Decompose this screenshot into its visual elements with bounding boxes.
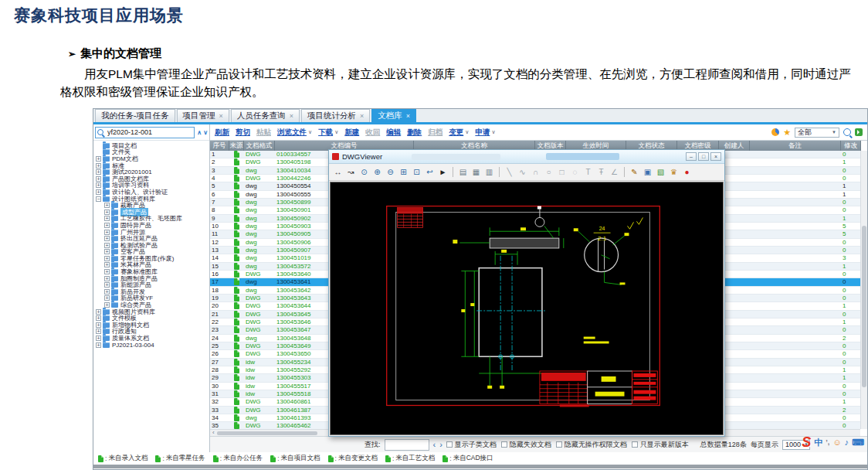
toolbar-cut-button[interactable]: 剪切 [236,128,250,138]
tree-item[interactable]: +PJ2021-03-004 [93,342,209,349]
tree-item[interactable]: +测试20201001 [93,169,209,175]
circle-icon[interactable]: ○ [543,166,554,179]
pdf-icon[interactable]: ● [681,166,693,179]
zoom-window-icon[interactable]: ⊞ [398,166,409,179]
zoom-extents-icon[interactable]: ⊡ [411,166,422,179]
checkbox-icon[interactable] [556,441,562,448]
polyline-icon[interactable]: ∿ [517,166,528,179]
search-up-button[interactable]: ∧ [197,129,202,136]
pie-chart-icon[interactable] [771,128,779,136]
favorite-star-icon[interactable]: ★ [783,128,791,137]
viewer-titlebar[interactable]: DWGViewer – □ × [329,150,724,164]
toolbar-paste-button[interactable]: 粘贴 [256,128,271,138]
zoom-previous-icon[interactable]: ↩ [424,166,436,179]
tab-2[interactable]: 项目管理× [177,109,229,122]
print-icon[interactable]: ▥ [483,166,495,179]
stamp-icon[interactable]: ♛ [668,166,680,179]
expander-icon[interactable]: + [96,335,101,341]
tab-5[interactable]: 文档库× [371,109,416,122]
search-down-button[interactable]: ∨ [203,129,208,136]
tree-item[interactable]: 文件夹 [93,149,209,156]
tree-item[interactable]: +行政通知 [93,329,209,335]
scroll-left-arrow-icon[interactable]: ‹ [210,430,217,436]
toolbar-delete-button[interactable]: 删除 [407,128,422,138]
maximize-button[interactable]: □ [698,152,709,161]
filter-checkbox-2[interactable]: 隐藏失效文档 [501,440,551,450]
zoom-out-icon[interactable]: ⊖ [385,166,396,179]
text-style-icon[interactable]: Ŧ [595,166,607,179]
expander-icon[interactable]: + [96,309,101,315]
checkbox-icon[interactable] [501,441,507,448]
search-input[interactable] [106,128,180,137]
expander-icon[interactable]: + [96,189,101,195]
toolbar-browse-file-button[interactable]: 浏览文件∨ [277,128,312,138]
sogou-emoji-icon[interactable]: ☺ [832,438,841,447]
tab-4[interactable]: 项目统计分析× [301,109,370,122]
minimize-button[interactable]: – [686,152,697,161]
tab-close-icon[interactable]: × [406,112,410,120]
expander-icon[interactable]: + [96,315,101,321]
column-header-11[interactable]: 备注 [750,141,841,151]
filter-checkbox-1[interactable]: 显示子类文档 [446,440,497,450]
expander-icon[interactable]: + [104,223,110,228]
arc-icon[interactable]: ∩ [530,166,541,179]
tab-close-icon[interactable]: × [360,112,364,120]
tree-item[interactable]: +文件模板 [93,315,209,322]
checkbox-icon[interactable] [632,441,638,448]
next-page-button[interactable]: › [439,441,442,449]
expander-icon[interactable]: + [96,342,101,348]
expander-icon[interactable]: + [104,295,110,301]
filter-select[interactable]: 全部 ▼ [795,128,839,138]
expander-icon[interactable]: + [104,216,110,221]
select-icon[interactable]: ► [437,166,449,179]
expander-icon[interactable]: + [104,262,110,267]
expander-icon[interactable]: + [96,176,101,182]
scrollbar-thumb[interactable] [217,431,317,435]
expander-icon[interactable]: + [96,169,101,175]
tab-3[interactable]: 人员任务查询× [231,109,300,122]
expander-icon[interactable]: + [104,236,110,241]
toolbar-apply-button[interactable]: 申请∨ [475,128,495,138]
ellipse-icon[interactable]: ◌ [569,166,581,179]
line-icon[interactable]: ╲ [504,166,515,179]
close-button[interactable]: × [710,152,721,161]
prev-page-button[interactable]: ‹ [433,441,436,449]
column-header-2[interactable]: 来源 [229,141,244,151]
toolbar-archive-button[interactable]: 归档 [428,128,442,138]
toolbar-download-button[interactable]: 下载∨ [318,128,338,138]
expander-icon[interactable]: + [104,289,110,295]
pan-hand-icon[interactable]: ↝ [345,166,357,179]
filter-checkbox-3[interactable]: 隐藏无操作权限文档 [556,440,627,450]
vertical-scrollbar[interactable] [860,151,867,429]
expander-icon[interactable]: + [104,249,110,254]
toolbar-recall-button[interactable]: 收回 [365,128,380,138]
dwg-viewer-window[interactable]: DWGViewer – □ × ↔↝⊙⊕⊖⊞⊡↩►▤▦▥╲∿∩○□◌TŦ∠✎▣▧… [328,149,725,437]
tab-close-icon[interactable]: × [219,112,223,120]
expander-icon[interactable]: + [104,276,110,281]
sogou-keyboard-icon[interactable]: ⌨ [852,438,864,447]
search-box[interactable] [95,127,195,138]
expander-icon[interactable]: + [104,282,110,288]
sogou-punctuation-icon[interactable]: ’, [826,439,829,446]
rect-icon[interactable]: □ [556,166,568,179]
tree-item[interactable]: +质量体系文档 [93,335,209,342]
measure-icon[interactable]: ∠ [609,166,620,179]
tab-1[interactable]: 我的任务-项目任务 [95,109,175,122]
viewer-canvas[interactable]: 24 2:1 [330,182,724,435]
edit-icon[interactable]: ✎ [629,166,640,179]
save-icon[interactable]: ▣ [642,166,653,179]
column-header-3[interactable]: 文档格式 [244,141,275,151]
expander-icon[interactable]: + [96,329,101,334]
tree-item[interactable]: +视频图片资料库 [93,308,209,315]
toolbar-change-button[interactable]: 变更∨ [449,128,469,138]
zoom-dynamic-icon[interactable]: ⊙ [358,166,370,179]
checkbox-icon[interactable] [446,441,453,448]
scrollbar-thumb[interactable] [862,226,866,387]
column-header-1[interactable]: 序号 [210,141,229,151]
find-input[interactable] [385,439,429,451]
zoom-in-icon[interactable]: ⊕ [371,166,383,179]
expander-icon[interactable]: + [104,243,110,248]
sogou-logo-icon[interactable]: S [802,435,811,449]
sogou-chinese-mode-icon[interactable]: 中 [814,438,822,447]
tree-item[interactable]: +产品图文档库 [93,175,209,182]
